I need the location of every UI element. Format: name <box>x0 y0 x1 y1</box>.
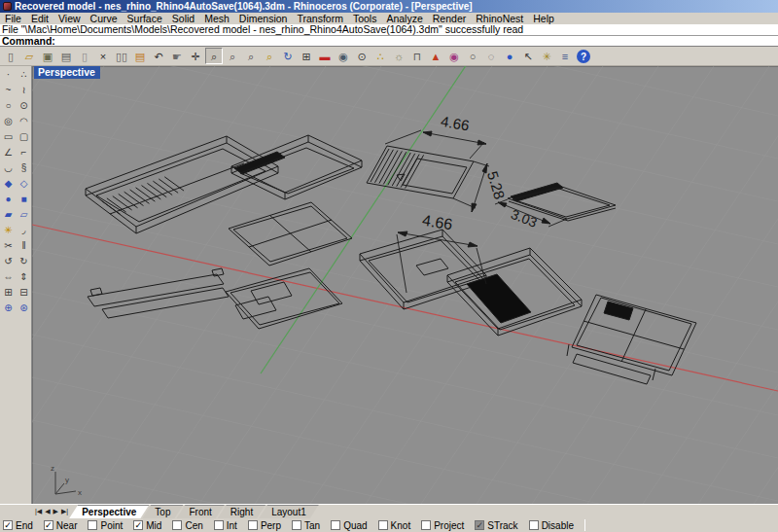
export-page-icon[interactable]: ▯ <box>76 48 93 64</box>
copy-icon[interactable]: ▯▯ <box>113 48 130 64</box>
model-part-bottom-shell[interactable] <box>86 136 278 233</box>
model-part-rails[interactable] <box>88 268 229 318</box>
zoom-window-icon[interactable]: ⌕ <box>242 48 260 64</box>
scale-tool-icon[interactable]: ⇕ <box>17 270 31 285</box>
help-icon[interactable]: ? <box>577 50 590 63</box>
command-input[interactable] <box>58 36 778 46</box>
curve-icon[interactable]: ~ <box>1 84 16 98</box>
solid-box-icon[interactable]: ■ <box>17 193 31 207</box>
render-preview-sphere-icon[interactable]: ○ <box>464 48 481 64</box>
point-icon[interactable]: · <box>1 68 16 83</box>
extrude-icon[interactable]: ▰ <box>1 208 16 223</box>
viewport-canvas[interactable]: 4.66 5.28 3.03 4.66 <box>32 66 778 504</box>
viewport-tab[interactable]: Top <box>142 505 183 518</box>
menu-item[interactable]: Render <box>428 13 471 24</box>
viewport-tab[interactable]: Perspective <box>69 505 149 518</box>
model-part-vent-panel[interactable] <box>447 248 582 336</box>
explode-icon[interactable]: ✳ <box>1 224 16 238</box>
arc-icon[interactable]: ◠ <box>17 115 31 129</box>
shaded-display-icon[interactable]: ▲ <box>427 48 444 64</box>
surface-patch-icon[interactable]: ◇ <box>17 177 31 192</box>
ellipse-icon[interactable]: ◎ <box>1 115 16 129</box>
zoom-dynamic-icon[interactable]: ⌕ <box>224 48 241 64</box>
pan-hand-icon[interactable]: ☛ <box>168 48 186 64</box>
osnap-checkbox[interactable] <box>133 520 143 530</box>
zoom-extents-icon[interactable]: ⌕ <box>261 48 278 64</box>
menu-item[interactable]: View <box>53 13 86 24</box>
viewport-tab[interactable]: Right <box>218 505 265 518</box>
menu-item[interactable]: File <box>0 13 26 24</box>
circle-icon[interactable]: ○ <box>1 99 16 114</box>
model-part-flat-panel[interactable] <box>229 202 352 266</box>
menu-item[interactable]: Help <box>528 13 559 24</box>
cut-icon[interactable]: × <box>94 48 112 64</box>
move-tool-icon[interactable]: ⇔ <box>1 270 16 285</box>
surface-icon[interactable]: ◆ <box>1 177 16 192</box>
tab-nav-button[interactable]: ▶ <box>53 506 58 517</box>
tab-nav-button[interactable]: ▶| <box>61 506 68 517</box>
osnap-checkbox[interactable] <box>248 520 258 530</box>
menu-item[interactable]: Mesh <box>199 13 234 24</box>
hide-objects-eye-icon[interactable]: ◉ <box>335 48 352 64</box>
rectangle-icon[interactable]: ▭ <box>1 130 16 145</box>
rotate-view-icon[interactable]: ↻ <box>279 48 297 64</box>
paste-icon[interactable]: ▤ <box>131 48 149 64</box>
named-view-car-icon[interactable]: ▬ <box>316 48 334 64</box>
menu-item[interactable]: Curve <box>86 13 123 24</box>
osnap-checkbox[interactable] <box>378 520 388 530</box>
osnap-checkbox[interactable] <box>475 520 484 530</box>
osnap-toggle[interactable]: Cen <box>172 520 202 531</box>
print-icon[interactable]: ▤ <box>57 48 75 64</box>
rounded-rectangle-icon[interactable]: ▢ <box>17 130 31 145</box>
arc-curve-icon[interactable]: ◡ <box>1 161 16 176</box>
osnap-checkbox[interactable] <box>172 520 182 530</box>
menu-item[interactable]: Edit <box>26 13 53 24</box>
osnap-toggle[interactable]: Tan <box>292 520 320 531</box>
new-file-icon[interactable]: ▯ <box>2 48 19 64</box>
viewport-tab[interactable]: Layout1 <box>259 505 319 518</box>
options-gears-icon[interactable]: ✳ <box>538 48 555 64</box>
osnap-toggle[interactable]: Near <box>44 520 78 531</box>
join-icon[interactable]: ⊕ <box>1 301 16 316</box>
osnap-toggle[interactable]: Project <box>421 520 464 531</box>
save-icon[interactable]: ▣ <box>39 48 56 64</box>
tab-nav-button[interactable]: ◀ <box>45 506 50 517</box>
menu-item[interactable]: Transform <box>292 13 347 24</box>
point-cloud-icon[interactable]: ∴ <box>17 68 31 83</box>
layer-edit-icon[interactable]: ≡ <box>556 48 574 64</box>
fillet-icon[interactable]: ◞ <box>17 224 31 238</box>
menu-item[interactable]: Solid <box>167 13 199 24</box>
mirror-icon[interactable]: ⊞ <box>1 286 16 301</box>
osnap-checkbox[interactable] <box>3 520 13 530</box>
viewport-tab[interactable]: Front <box>176 505 224 518</box>
cursor-snap-icon[interactable]: ↖ <box>519 48 537 64</box>
osnap-toggle[interactable]: Disable <box>529 520 574 531</box>
color-wheel-icon[interactable]: ◉ <box>445 48 463 64</box>
rotate-tool-icon[interactable]: ↻ <box>17 255 31 269</box>
render-region-sphere-icon[interactable]: ◌ <box>482 48 500 64</box>
open-folder-icon[interactable]: ▱ <box>20 48 38 64</box>
sphere-icon[interactable]: ● <box>1 193 16 207</box>
viewport-title-tab[interactable]: Perspective <box>34 66 100 79</box>
render-sphere-icon[interactable]: ● <box>501 48 518 64</box>
lightbulb-icon[interactable]: ☼ <box>390 48 407 64</box>
lock-icon[interactable]: ⊓ <box>408 48 426 64</box>
loft-icon[interactable]: ▱ <box>17 208 31 223</box>
osnap-toggle[interactable]: Mid <box>133 520 161 531</box>
osnap-checkbox[interactable] <box>88 520 97 530</box>
split-icon[interactable]: ‖ <box>17 239 31 254</box>
osnap-checkbox[interactable] <box>214 520 224 530</box>
osnap-checkbox[interactable] <box>421 520 431 530</box>
osnap-toggle[interactable]: Point <box>88 520 123 531</box>
osnap-checkbox[interactable] <box>292 520 301 530</box>
circle-point-icon[interactable]: ⊙ <box>17 99 31 114</box>
rotate-circle-icon[interactable]: ⊙ <box>353 48 371 64</box>
osnap-toggle[interactable]: Int <box>214 520 237 531</box>
group-icon[interactable]: ⊛ <box>17 301 31 316</box>
array-icon[interactable]: ⊟ <box>17 286 31 301</box>
line-segment-icon[interactable]: ⌐ <box>17 146 31 160</box>
helix-icon[interactable]: § <box>17 161 31 176</box>
osnap-checkbox[interactable] <box>529 520 539 530</box>
tab-nav-button[interactable]: |◀ <box>35 506 42 517</box>
trim-icon[interactable]: ✂ <box>1 239 16 254</box>
